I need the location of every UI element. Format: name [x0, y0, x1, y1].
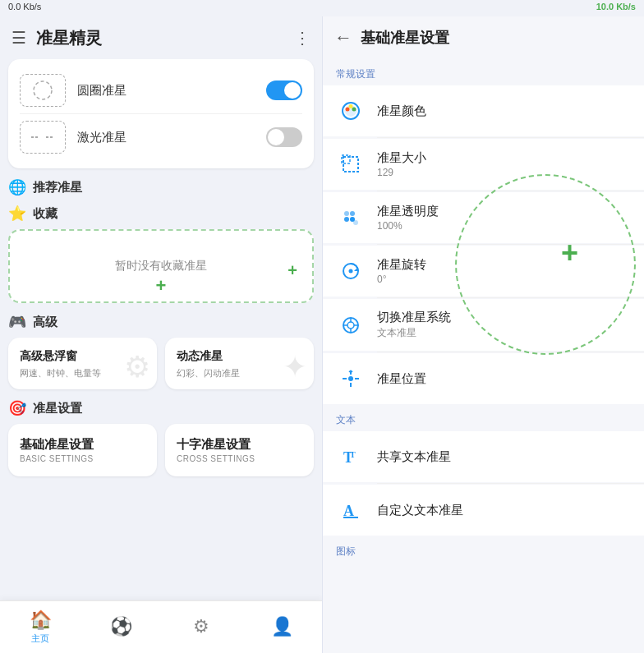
- size-row-text: 准星大小 129: [377, 150, 631, 178]
- back-button[interactable]: ←: [334, 27, 352, 48]
- cross-settings-subtitle: CROSS SETTINGS: [177, 454, 302, 463]
- position-row-title: 准星位置: [377, 371, 631, 387]
- color-row-title: 准星颜色: [377, 103, 631, 119]
- favorites-section-header: ⭐ 收藏: [8, 205, 314, 223]
- advanced-label: 高级: [33, 315, 58, 330]
- transparency-row-sub: 100%: [377, 220, 631, 232]
- cross-settings-card[interactable]: 十字准星设置 CROSS SETTINGS: [165, 424, 314, 476]
- svg-rect-8: [343, 157, 358, 172]
- color-row[interactable]: 准星颜色: [323, 85, 644, 136]
- settings-cards-row: 基础准星设置 BASIC SETTINGS 十字准星设置 CROSS SETTI…: [8, 424, 314, 476]
- size-row-title: 准星大小: [377, 150, 631, 166]
- shared-text-row[interactable]: T T 共享文本准星: [323, 431, 644, 482]
- profile-icon: 👤: [271, 616, 293, 637]
- left-content: 圆圈准星 激光准星 🌐 推荐准: [0, 59, 322, 600]
- bottom-nav: 🏠 主页 ⚽ ⚙ 👤: [0, 600, 322, 653]
- color-row-icon: [336, 96, 366, 126]
- divider-2: [377, 191, 644, 191]
- circle-crosshair-preview: [20, 74, 66, 107]
- svg-point-16: [349, 269, 353, 274]
- icon-section-label: 图标: [323, 536, 644, 562]
- circle-crosshair-toggle[interactable]: [266, 80, 302, 100]
- favorites-empty-card: 暂时没有收藏准星 + +: [8, 229, 314, 303]
- rotate-row-icon: [336, 256, 366, 286]
- laser-crosshair-preview: [20, 121, 66, 154]
- nav-ball[interactable]: ⚽: [80, 616, 161, 639]
- svg-point-9: [344, 211, 349, 216]
- svg-point-6: [352, 108, 356, 112]
- advanced-icon: 🎮: [8, 313, 26, 331]
- green-cross-right: +: [288, 262, 297, 278]
- svg-point-11: [344, 217, 349, 222]
- svg-marker-15: [354, 267, 358, 271]
- home-label: 主页: [31, 632, 49, 645]
- position-row[interactable]: 准星位置: [323, 353, 644, 404]
- rotate-row-sub: 0°: [377, 274, 631, 285]
- advanced-float-bg-icon: ⚙: [124, 350, 150, 384]
- laser-crosshair-label: 激光准星: [77, 130, 266, 145]
- text-section-label: 文本: [323, 405, 644, 430]
- dynamic-crosshair-bg-icon: ✦: [283, 350, 307, 384]
- settings-nav-icon: ⚙: [193, 616, 209, 637]
- general-section-label: 常规设置: [323, 59, 644, 85]
- rotate-row-text: 准星旋转 0°: [377, 257, 631, 285]
- laser-crosshair-item: 激光准星: [20, 113, 302, 160]
- svg-point-10: [350, 211, 355, 216]
- switch-system-row[interactable]: 切换准星系统 文本准星: [323, 299, 644, 351]
- nav-profile[interactable]: 👤: [242, 616, 322, 639]
- crosshair-settings-label: 准星设置: [33, 401, 82, 416]
- laser-crosshair-toggle[interactable]: [266, 127, 302, 147]
- more-options-icon[interactable]: ⋮: [294, 28, 310, 48]
- right-content: 常规设置 准星颜色: [323, 59, 644, 653]
- transparency-row-text: 准星透明度 100%: [377, 204, 631, 232]
- nav-home[interactable]: 🏠 主页: [0, 609, 80, 645]
- shared-text-row-title: 共享文本准星: [377, 449, 631, 465]
- divider-4: [377, 297, 644, 298]
- divider-1: [377, 137, 644, 138]
- app-container: ☰ 准星精灵 ⋮ 圆圈准星: [0, 16, 644, 653]
- transparency-row-title: 准星透明度: [377, 204, 631, 219]
- right-panel: ← 基础准星设置 常规设置: [322, 16, 644, 653]
- custom-text-row-text: 自定义文本准星: [377, 503, 631, 518]
- custom-text-row-title: 自定义文本准星: [377, 503, 631, 518]
- custom-text-row[interactable]: A 自定义文本准星: [323, 485, 644, 536]
- basic-settings-subtitle: BASIC SETTINGS: [20, 454, 145, 463]
- svg-point-23: [348, 376, 353, 381]
- cross-settings-title: 十字准星设置: [177, 437, 302, 453]
- svg-point-4: [346, 108, 350, 112]
- svg-point-0: [34, 81, 52, 99]
- position-row-text: 准星位置: [377, 371, 631, 387]
- rotate-row-title: 准星旋转: [377, 257, 631, 273]
- circle-crosshair-item: 圆圈准星: [20, 67, 302, 113]
- advanced-section-header: 🎮 高级: [8, 313, 314, 331]
- rotate-row[interactable]: 准星旋转 0°: [323, 246, 644, 297]
- crosshair-settings-section-header: 🎯 准星设置: [8, 399, 314, 417]
- custom-text-row-icon: A: [336, 495, 366, 525]
- divider-3: [377, 244, 644, 245]
- position-row-icon: [336, 364, 366, 393]
- favorites-label: 收藏: [33, 206, 58, 222]
- recommended-section-header: 🌐 推荐准星: [8, 178, 314, 196]
- left-speed: 0.0 Kb/s: [8, 2, 41, 15]
- crosshair-toggle-card: 圆圈准星 激光准星: [8, 59, 314, 168]
- switch-system-row-sub: 文本准星: [377, 326, 631, 340]
- switch-system-row-title: 切换准星系统: [377, 310, 631, 325]
- advanced-float-card[interactable]: 高级悬浮窗 网速、时钟、电量等 ⚙: [8, 338, 157, 389]
- nav-settings[interactable]: ⚙: [161, 616, 242, 639]
- right-speed: 10.0 Kb/s: [596, 2, 636, 15]
- basic-settings-card[interactable]: 基础准星设置 BASIC SETTINGS: [8, 424, 157, 476]
- status-bar: 0.0 Kb/s 10.0 Kb/s: [0, 0, 644, 16]
- divider-6: [377, 483, 644, 484]
- dynamic-crosshair-card[interactable]: 动态准星 幻彩、闪动准星 ✦: [165, 338, 314, 389]
- size-row[interactable]: 准星大小 129: [323, 139, 644, 190]
- recommended-icon: 🌐: [8, 178, 26, 196]
- advanced-feature-cards: 高级悬浮窗 网速、时钟、电量等 ⚙ 动态准星 幻彩、闪动准星 ✦: [8, 338, 314, 389]
- switch-system-row-text: 切换准星系统 文本准星: [377, 310, 631, 340]
- recommended-label: 推荐准星: [33, 180, 82, 195]
- menu-icon[interactable]: ☰: [12, 28, 26, 48]
- switch-system-row-icon: [336, 310, 366, 340]
- transparency-row-icon: [336, 203, 366, 232]
- crosshair-settings-icon: 🎯: [8, 399, 26, 417]
- favorites-empty-text: 暂时没有收藏准星: [115, 259, 207, 274]
- transparency-row[interactable]: 准星透明度 100%: [323, 192, 644, 243]
